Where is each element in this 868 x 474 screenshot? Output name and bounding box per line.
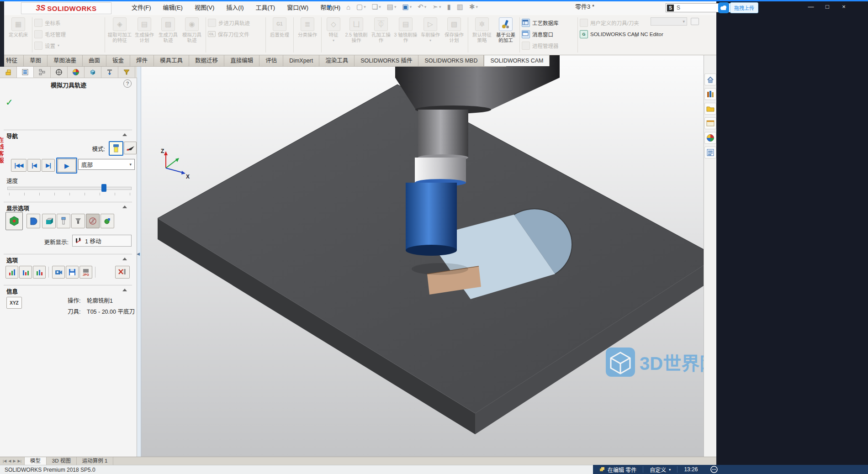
menu-tools[interactable]: 工具(T) [256, 3, 275, 11]
generate-toolpath-button[interactable]: ▨生成刀具轨迹 [156, 15, 180, 55]
mode-turbo-button[interactable] [124, 142, 137, 154]
home-button[interactable]: ⌂ [346, 3, 350, 11]
configuration-manager-tab[interactable] [34, 67, 51, 78]
collapse-chevron[interactable] [122, 258, 127, 260]
display-manager-tab[interactable] [68, 67, 85, 78]
3d-views-tab[interactable]: 3D 视图 [47, 457, 77, 465]
tab-scroll-controls[interactable]: |◀◀▶▶| [0, 457, 25, 465]
file-properties-button[interactable]: ▥ [457, 3, 463, 11]
extract-features-button[interactable]: ◈提取可加工的特征 [107, 15, 132, 55]
chart-option-1-button[interactable] [5, 266, 18, 279]
model-tab[interactable]: 模型 [25, 457, 47, 465]
nc-editor-button[interactable]: GSOLIDWORKS CAM NC Editor [580, 30, 676, 38]
chart-option-2-button[interactable] [19, 266, 32, 279]
save-button[interactable]: ▤▾ [387, 3, 397, 11]
position-dropdown[interactable]: 底部▾ [78, 159, 135, 170]
ribbon-overflow-chevron[interactable]: » [634, 31, 638, 39]
display-tool-button[interactable] [57, 214, 70, 228]
graphics-viewport[interactable]: Z X 3D世界网 [141, 55, 704, 457]
display-holder-button[interactable] [71, 214, 85, 228]
open-button[interactable]: ❏▾ [372, 3, 381, 11]
step-forward-button[interactable]: ▶| [42, 159, 55, 172]
resources-home-icon[interactable] [704, 74, 716, 85]
display-stock-button[interactable] [42, 214, 56, 228]
stock-manager-button[interactable]: 毛坯管理 [34, 30, 103, 38]
turn-button[interactable]: ▷车削操作▾ [418, 15, 442, 55]
tab-sketch-ink[interactable]: 草图油墨 [48, 55, 83, 66]
cam-operation-tree-tab[interactable] [101, 67, 118, 78]
speed-slider-track[interactable] [7, 187, 132, 190]
hole-button[interactable]: ⏁孔加工操作 [369, 15, 393, 55]
speed-slider-handle[interactable] [101, 184, 106, 192]
motion-study-tab[interactable]: 运动算例 1 [77, 457, 114, 465]
display-section-button[interactable] [26, 214, 40, 228]
chart-option-3-button[interactable] [33, 266, 46, 279]
default-strategy-button[interactable]: ✲默认特征策略 [470, 15, 494, 55]
feature-button[interactable]: ◇特征▾ [323, 15, 344, 55]
tab-surfaces[interactable]: 曲面 [83, 55, 106, 66]
panel-splitter[interactable]: ◀ [137, 67, 141, 457]
configuration-combobox[interactable]: ▾ [651, 17, 687, 26]
process-manager-button[interactable]: 进程管理器 [522, 41, 576, 50]
play-button[interactable]: ▶ [56, 158, 77, 174]
collapse-chevron[interactable] [122, 289, 127, 291]
save-image-button[interactable] [66, 266, 79, 279]
select-button[interactable]: ➣▾ [432, 3, 441, 11]
online-service-side-tab[interactable]: 在线客服 [0, 137, 5, 187]
appearances-icon[interactable] [704, 132, 716, 144]
tool-collision-button[interactable] [115, 266, 130, 279]
tab-sw-cam[interactable]: SOLIDWORKS CAM [484, 55, 550, 66]
property-manager-tab[interactable] [17, 67, 34, 78]
new-document-button[interactable]: ▢▾ [356, 3, 366, 11]
drag-upload-button[interactable]: 拖拽上传 [730, 2, 758, 13]
simulate-toolpath-button[interactable]: ◉模拟刀具轨迹 [180, 15, 204, 55]
tech-db-button[interactable]: 工艺数据库 [522, 18, 576, 27]
help-icon[interactable]: ? [123, 79, 132, 88]
menu-edit[interactable]: 编辑(E) [163, 3, 183, 11]
file-explorer-icon[interactable] [704, 103, 716, 115]
feature-manager-tab[interactable] [0, 67, 17, 78]
record-avi-button[interactable] [52, 266, 65, 279]
ok-check-button[interactable]: ✓ [5, 97, 13, 108]
tab-dimxpert[interactable]: DimXpert [283, 55, 319, 66]
save-plan-button[interactable]: ▧保存操作计划 [442, 15, 466, 55]
coordinate-system-button[interactable]: 坐标系 [34, 18, 103, 27]
define-machine-button[interactable]: ▦定义机床 [6, 15, 30, 55]
tab-render-tools[interactable]: 渲染工具 [319, 55, 355, 66]
collapse-chevron[interactable] [122, 205, 127, 208]
tab-data-migration[interactable]: 数据迁移 [189, 55, 224, 66]
customize-menu[interactable]: 自定义▾ [643, 465, 677, 474]
xyz-button[interactable]: XYZ [6, 297, 22, 309]
post-process-button[interactable]: G1后置处理 [268, 15, 291, 55]
cam-tools-tab[interactable] [118, 67, 135, 78]
design-library-icon[interactable] [704, 88, 716, 100]
options-button[interactable]: ✱▾ [469, 3, 478, 11]
update-display-combo[interactable]: 1 移动 [72, 235, 132, 247]
custom-properties-icon[interactable] [704, 147, 716, 158]
sort-operations-button[interactable]: ≣分类操作 [296, 15, 319, 55]
save-jpg-button[interactable]: JPG [79, 266, 92, 279]
minimize-button[interactable]: — [806, 3, 816, 10]
tab-mold-tools[interactable]: 模具工具 [154, 55, 189, 66]
tab-sw-addins[interactable]: SOLIDWORKS 插件 [355, 55, 418, 66]
to-start-button[interactable]: |◀◀ [11, 159, 26, 172]
tolerance-machining-button[interactable]: 基于公差的加工 [494, 15, 518, 55]
undo-button[interactable]: ↶▾ [418, 3, 426, 11]
close-button[interactable]: × [839, 3, 849, 10]
mill3-button[interactable]: ▤3 轴铣削操作 [393, 15, 418, 55]
mill25-button[interactable]: 凵2.5 轴铣削操作 [344, 15, 369, 55]
tab-sheet-metal[interactable]: 钣金 [106, 55, 130, 66]
dimxpert-manager-tab[interactable] [51, 67, 68, 78]
menu-insert[interactable]: 插入(I) [226, 3, 243, 11]
setup-button[interactable]: 设置▾ [34, 41, 103, 50]
collapse-chevron[interactable] [122, 133, 127, 136]
menu-view[interactable]: 视图(V) [195, 3, 214, 11]
step-toolpath-button[interactable]: 步进刀具轨迹 [208, 18, 264, 27]
comment-bubble-icon[interactable] [691, 18, 699, 25]
view-palette-icon[interactable] [704, 117, 716, 129]
tab-sw-mbd[interactable]: SOLIDWORKS MBD [418, 55, 484, 66]
tab-direct-editing[interactable]: 直接编辑 [224, 55, 259, 66]
menu-file[interactable]: 文件(F) [132, 3, 151, 11]
menu-window[interactable]: 窗口(W) [287, 3, 308, 11]
rebuild-button[interactable]: ▮ [447, 3, 450, 11]
